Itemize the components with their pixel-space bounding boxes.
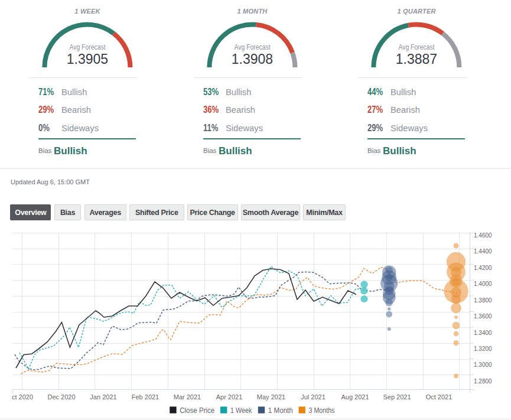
svg-text:1.4400: 1.4400 (474, 248, 492, 255)
svg-text:1 Month: 1 Month (268, 406, 293, 415)
svg-text:Jul 2021: Jul 2021 (301, 393, 326, 401)
svg-text:1.3800: 1.3800 (474, 297, 492, 304)
svg-text:Jan 2021: Jan 2021 (90, 393, 116, 401)
svg-text:1.3600: 1.3600 (474, 313, 492, 320)
svg-text:Aug 2021: Aug 2021 (341, 393, 369, 401)
svg-text:Oct 2021: Oct 2021 (426, 393, 453, 401)
svg-text:1.4200: 1.4200 (474, 265, 492, 271)
svg-text:Sep 2021: Sep 2021 (383, 393, 411, 401)
svg-text:Mar 2021: Mar 2021 (174, 393, 201, 401)
svg-text:1.2800: 1.2800 (474, 378, 492, 385)
svg-text:Feb 2021: Feb 2021 (132, 393, 159, 401)
svg-text:Apr 2021: Apr 2021 (216, 393, 243, 401)
svg-text:1.3400: 1.3400 (474, 330, 492, 336)
svg-text:1.4600: 1.4600 (474, 232, 492, 239)
svg-text:1.4000: 1.4000 (474, 281, 492, 287)
svg-text:1 Week: 1 Week (230, 406, 252, 415)
svg-text:Dec 2020: Dec 2020 (47, 393, 75, 401)
svg-text:May 2021: May 2021 (257, 393, 285, 401)
svg-text:1.3200: 1.3200 (474, 346, 492, 352)
svg-text:3 Months: 3 Months (309, 406, 335, 415)
svg-text:ct 2020: ct 2020 (12, 393, 33, 401)
svg-text:1.3000: 1.3000 (474, 362, 492, 368)
svg-text:Close Price: Close Price (180, 406, 214, 415)
